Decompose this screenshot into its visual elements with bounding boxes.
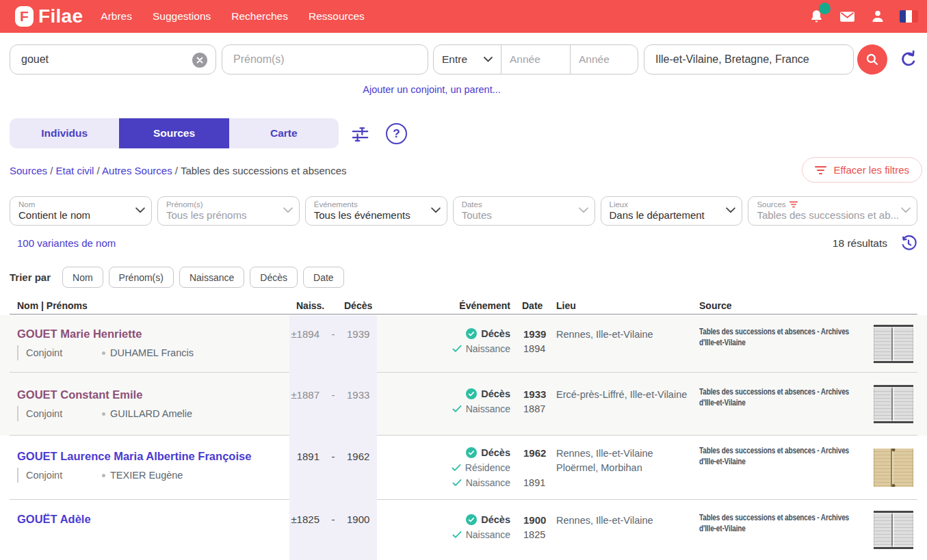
breadcrumb-item[interactable]: Etat civil — [56, 165, 94, 176]
filter-label: Lieux — [610, 200, 724, 209]
check-circle-icon — [466, 388, 477, 399]
firstname-search-input[interactable]: Prénom(s) — [222, 44, 428, 75]
person-name-link[interactable]: GOUET Constant Emile — [17, 388, 142, 401]
account-user-icon[interactable] — [868, 7, 887, 26]
conjoint-label: Conjoint — [26, 347, 102, 358]
place: Ploërmel, Morbihan — [556, 461, 653, 475]
event-date — [523, 460, 546, 475]
year-to-input[interactable]: Année — [571, 45, 638, 74]
add-relative-link[interactable]: Ajouter un conjoint, un parent... — [0, 84, 863, 95]
event-list: DécèsNaissance — [410, 386, 510, 416]
death-year: 1962 — [347, 451, 369, 462]
source-line: d'Ille-et-Vilaine — [699, 398, 850, 409]
event-list: DécèsNaissance — [410, 512, 510, 542]
filae-logo[interactable]: F Filae — [15, 5, 83, 27]
event-date: 1933 — [523, 386, 546, 401]
lastname-search-input[interactable]: gouet — [10, 44, 216, 75]
col-place: Lieu — [556, 300, 576, 311]
clear-filters-button[interactable]: Effacer les filtres — [802, 157, 922, 183]
sort-label: Trier par — [10, 271, 51, 283]
event-dates: 19331887 — [523, 386, 546, 416]
conjoint-label: Conjoint — [26, 470, 102, 481]
filter-value: Toutes — [462, 209, 577, 221]
filter-value: Dans le département — [610, 209, 724, 221]
search-button[interactable] — [857, 44, 887, 75]
date-operator-select[interactable]: Entre — [434, 45, 501, 74]
conjoint-label: Conjoint — [26, 408, 102, 419]
event-places: Rennes, Ille-et-Vilaine — [556, 328, 653, 342]
filter-label: Prénom(s) — [166, 200, 281, 209]
sort-button-nom[interactable]: Nom — [62, 267, 103, 288]
filter-dropdown-sources[interactable]: SourcesTables des successions et ab... — [748, 196, 917, 226]
reset-search-icon[interactable] — [898, 49, 919, 70]
breadcrumb-item[interactable]: Sources — [10, 165, 47, 176]
record-thumbnail[interactable] — [874, 449, 913, 487]
event-label: Décès — [481, 447, 510, 458]
source-line: Tables des successions et absences - Arc… — [699, 446, 850, 457]
filter-dropdown-dates[interactable]: DatesToutes — [453, 196, 595, 226]
col-death: Décès — [344, 300, 372, 311]
tab-sources[interactable]: Sources — [119, 118, 229, 148]
record-thumbnail[interactable] — [874, 511, 913, 549]
sort-button-décès[interactable]: Décès — [250, 267, 298, 288]
year-from-input[interactable]: Année — [501, 45, 571, 74]
event-date: 1887 — [523, 401, 546, 416]
tab-individus[interactable]: Individus — [10, 118, 119, 148]
col-source: Source — [699, 300, 731, 311]
language-flag-france-icon[interactable] — [899, 7, 918, 26]
location-value: Ille-et-Vilaine, Bretagne, France — [655, 53, 809, 66]
nav-link-suggestions[interactable]: Suggestions — [153, 10, 211, 23]
filter-dropdown-nom[interactable]: NomContient le nom — [10, 196, 152, 226]
death-year: 1933 — [347, 389, 369, 401]
filter-value: Tous les événements — [314, 209, 429, 221]
tab-carte[interactable]: Carte — [229, 118, 339, 148]
filter-dropdown-lieux[interactable]: LieuxDans le département — [601, 196, 743, 226]
event-label: Décès — [481, 388, 510, 399]
nav-link-ressources[interactable]: Ressources — [309, 10, 365, 23]
event-item: Naissance — [410, 527, 510, 542]
event-item: Décès — [410, 512, 510, 527]
check-circle-icon — [466, 328, 477, 339]
filter-value: Tables des successions et ab... — [757, 209, 899, 221]
place: Rennes, Ille-et-Vilaine — [556, 446, 653, 461]
search-history-icon[interactable] — [900, 235, 917, 252]
advanced-filters-icon[interactable] — [351, 124, 369, 146]
top-navbar: F Filae ArbresSuggestionsRecherchesResso… — [0, 0, 927, 33]
table-row[interactable]: GOUËT Adèle±1825-1900DécèsNaissance19001… — [0, 500, 927, 560]
table-row[interactable]: GOUET Laurence Maria Albertine Françoise… — [0, 436, 927, 500]
event-item: Naissance — [410, 341, 510, 356]
help-icon[interactable]: ? — [386, 123, 407, 144]
nav-link-arbres[interactable]: Arbres — [101, 10, 132, 23]
place: Rennes, Ille-et-Vilaine — [556, 328, 653, 342]
record-thumbnail[interactable] — [874, 325, 913, 363]
table-row[interactable]: GOUET Constant EmileConjointGUILLARD Ame… — [0, 373, 927, 436]
event-date: 1891 — [523, 475, 546, 490]
check-circle-icon — [466, 447, 477, 458]
name-variants-link[interactable]: 100 variantes de nom — [17, 237, 116, 249]
record-thumbnail[interactable] — [874, 385, 913, 423]
person-name-link[interactable]: GOUËT Adèle — [17, 513, 91, 526]
event-label: Naissance — [466, 343, 510, 354]
place: Ercé-près-Liffré, Ille-et-Vilaine — [556, 388, 687, 402]
filter-value: Tous les prénoms — [166, 209, 281, 221]
sort-button-prénom(s)[interactable]: Prénom(s) — [109, 267, 174, 288]
clear-lastname-icon[interactable] — [192, 53, 207, 68]
place: Rennes, Ille-et-Vilaine — [556, 514, 653, 528]
filter-dropdown-prénom(s)[interactable]: Prénom(s)Tous les prénoms — [157, 196, 300, 226]
location-search-input[interactable]: Ille-et-Vilaine, Bretagne, France — [644, 44, 854, 75]
conjoint-row: ConjointGUILLARD Amelie — [17, 406, 192, 421]
chevron-down-icon — [283, 207, 293, 213]
person-name-link[interactable]: GOUET Laurence Maria Albertine Françoise — [17, 450, 251, 463]
event-label: Naissance — [466, 403, 510, 414]
person-name-link[interactable]: GOUET Marie Henriette — [17, 328, 142, 341]
messages-mail-icon[interactable] — [837, 7, 857, 26]
breadcrumb-item[interactable]: Autres Sources — [102, 165, 172, 176]
filter-dropdown-événements[interactable]: ÉvénementsTous les événements — [305, 196, 447, 226]
notifications-bell-icon[interactable] — [807, 7, 826, 26]
life-dates: ±1825-1900 — [285, 514, 369, 525]
table-row[interactable]: GOUET Marie HenrietteConjointDUHAMEL Fra… — [0, 315, 927, 373]
sort-button-naissance[interactable]: Naissance — [179, 267, 244, 288]
notification-badge — [819, 3, 831, 14]
nav-link-recherches[interactable]: Recherches — [231, 10, 288, 23]
sort-button-date[interactable]: Date — [303, 267, 344, 288]
